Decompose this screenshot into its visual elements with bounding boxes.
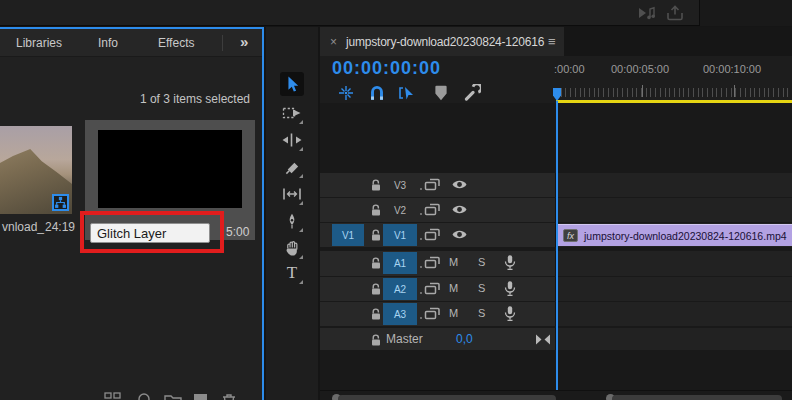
lock-icon[interactable] (370, 203, 382, 217)
keyframe-bowtie-icon[interactable] (535, 333, 551, 346)
sync-lock-icon[interactable] (424, 306, 441, 321)
track-options-dot (420, 317, 422, 319)
track-target-a2[interactable]: A2 (383, 278, 417, 300)
new-item-icon[interactable] (192, 392, 210, 400)
annotation-highlight-box (80, 211, 224, 253)
tools-panel: T (266, 27, 318, 400)
solo-button[interactable]: S (478, 256, 485, 268)
export-icon[interactable] (664, 5, 686, 21)
sequence-tab-title: jumpstory-download20230824-120616 (346, 35, 544, 49)
sequence-tab[interactable]: × jumpstory-download20230824-120616 ≡ (320, 27, 564, 56)
clip-name-truncated[interactable]: vnload_ (2, 220, 44, 234)
track-target-v3[interactable]: V3 (383, 174, 417, 196)
top-bar-right-zone (700, 0, 792, 26)
lock-icon[interactable] (370, 333, 382, 347)
used-in-sequence-badge-icon[interactable] (52, 194, 69, 211)
track-target-v2[interactable]: V2 (383, 199, 417, 221)
toggle-track-output-eye-icon[interactable] (451, 228, 468, 241)
track-target-a1[interactable]: A1 (383, 252, 417, 274)
type-tool-button[interactable]: T (280, 261, 304, 285)
master-gain-value[interactable]: 0,0 (456, 332, 473, 346)
tab-overflow-chevron-icon[interactable]: » (240, 33, 248, 50)
premiere-pro-window: Libraries Info Effects » 1 of 3 items se… (0, 0, 792, 400)
mute-button[interactable]: M (449, 256, 458, 268)
solo-button[interactable]: S (478, 282, 485, 294)
voiceover-mic-icon[interactable] (504, 305, 516, 322)
track-options-dot (420, 188, 422, 190)
source-patch-v1[interactable]: V1 (332, 224, 364, 246)
hand-icon (284, 240, 301, 257)
sync-lock-icon[interactable] (424, 177, 441, 192)
timeline-tab-bar: × jumpstory-download20230824-120616 ≡ (320, 27, 792, 56)
preview-playback-icon[interactable] (636, 5, 658, 21)
icon-view-icon[interactable] (104, 392, 122, 400)
pen-icon (285, 212, 299, 231)
linked-selection-icon[interactable] (398, 84, 416, 102)
ripple-edit-icon (282, 132, 302, 148)
trash-icon[interactable] (220, 392, 238, 400)
track-target-a3[interactable]: A3 (383, 303, 417, 325)
track-options-dot (420, 213, 422, 215)
tab-info[interactable]: Info (98, 36, 118, 50)
hand-tool-button[interactable] (280, 236, 304, 260)
voiceover-mic-icon[interactable] (504, 254, 516, 271)
fx-badge[interactable]: fx (563, 229, 578, 242)
selection-arrow-icon (284, 75, 300, 94)
timeline-settings-wrench-icon[interactable] (463, 84, 481, 102)
lock-icon[interactable] (370, 228, 382, 242)
track-select-forward-tool-button[interactable] (280, 101, 304, 125)
horizontal-scrollbar[interactable] (612, 395, 782, 400)
clip-duration: 5:00 (226, 225, 249, 239)
razor-tool-button[interactable] (280, 155, 304, 179)
timeline-panel: × jumpstory-download20230824-120616 ≡ 00… (320, 27, 792, 400)
sync-lock-icon[interactable] (424, 202, 441, 217)
selection-status-text: 1 of 3 items selected (140, 92, 250, 106)
mute-button[interactable]: M (449, 307, 458, 319)
app-top-bar (0, 0, 792, 26)
selection-tool-button[interactable] (280, 72, 304, 96)
search-icon[interactable] (136, 392, 154, 400)
toggle-track-output-eye-icon[interactable] (451, 178, 468, 191)
new-bin-icon[interactable] (164, 392, 182, 400)
lock-icon[interactable] (370, 178, 382, 192)
ruler-label-10s: 00:00:10:00 (703, 63, 761, 75)
track-header-a2: A2 M S (320, 277, 556, 301)
tab-libraries[interactable]: Libraries (16, 36, 62, 50)
panel-menu-icon[interactable]: ≡ (548, 34, 556, 49)
toggle-track-output-eye-icon[interactable] (451, 203, 468, 216)
add-marker-icon[interactable] (432, 84, 450, 102)
track-header-a3: A3 M S (320, 302, 556, 326)
timeline-clip-label: jumpstory-download20230824-120616.mp4 (584, 230, 787, 242)
ruler-label-5s: 00:00:05:00 (611, 63, 669, 75)
type-tool-icon: T (287, 263, 297, 283)
mute-button[interactable]: M (449, 282, 458, 294)
close-tab-icon[interactable]: × (330, 35, 337, 49)
lock-icon[interactable] (370, 282, 382, 296)
track-header-master: Master 0,0 (320, 328, 556, 350)
horizontal-scrollbar[interactable] (338, 395, 556, 400)
track-header-v2: V2 (320, 198, 556, 222)
lock-icon[interactable] (370, 307, 382, 321)
ripple-edit-tool-button[interactable] (280, 128, 304, 152)
playhead-line[interactable] (556, 101, 558, 390)
time-ruler[interactable] (556, 88, 792, 97)
sync-lock-icon[interactable] (424, 281, 441, 296)
playhead-timecode[interactable]: 00:00:00:00 (332, 58, 441, 79)
ruler-label-0s: :00:00 (554, 63, 585, 75)
solo-button[interactable]: S (478, 307, 485, 319)
clip-thumbnail-black[interactable] (98, 130, 242, 208)
pen-tool-button[interactable] (280, 209, 304, 233)
slip-tool-button[interactable] (280, 182, 304, 206)
nest-sequences-icon[interactable] (337, 84, 355, 102)
timeline-clip-v1[interactable]: fx jumpstory-download20230824-120616.mp4 (557, 224, 792, 246)
sync-lock-icon[interactable] (424, 227, 441, 242)
major-tick-5s (642, 85, 643, 97)
voiceover-mic-icon[interactable] (504, 280, 516, 297)
lock-icon[interactable] (370, 256, 382, 270)
tab-effects[interactable]: Effects (158, 36, 194, 50)
sync-lock-icon[interactable] (424, 255, 441, 270)
snap-magnet-icon[interactable] (368, 84, 386, 102)
track-target-v1[interactable]: V1 (383, 224, 417, 246)
track-options-dot (420, 238, 422, 240)
track-header-a1: A1 M S (320, 251, 556, 276)
